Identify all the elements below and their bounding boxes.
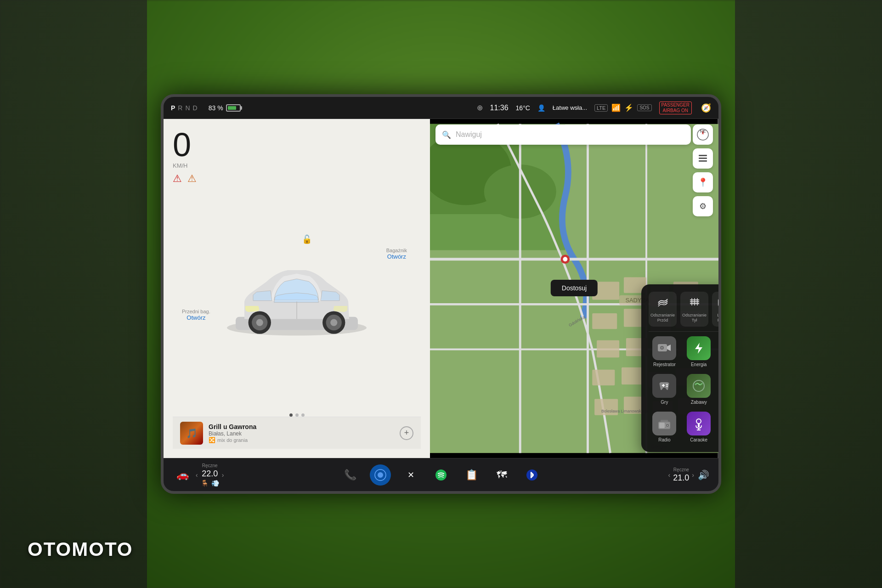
dot-2[interactable] xyxy=(295,413,299,417)
right-temp-increase[interactable]: › xyxy=(692,471,694,479)
svg-marker-66 xyxy=(667,345,671,351)
app-caraoke[interactable]: Caraoke xyxy=(683,410,715,445)
dostosuj-button[interactable]: Dostosuj xyxy=(551,280,598,296)
svg-point-4 xyxy=(256,319,263,326)
sos-badge: SOS xyxy=(637,104,651,111)
gear-d: D xyxy=(193,104,198,112)
main-area: 0 KM/H ⚠ ⚠ xyxy=(164,119,718,458)
music-title: Grill u Gawrona xyxy=(209,423,394,430)
climate-btn-rear-defrost[interactable]: Odszranianie Tył xyxy=(680,292,708,327)
camera-btn[interactable] xyxy=(370,464,391,486)
svg-point-90 xyxy=(701,383,702,385)
lock-icon[interactable]: 🔓 xyxy=(302,234,312,244)
seat-icon-left: 🪑 xyxy=(201,480,209,487)
right-temp-value: 21.0 xyxy=(673,473,689,483)
front-bag-label[interactable]: Przedni bag. Otwórz xyxy=(182,309,210,321)
music-artist: Białas, Lanek xyxy=(209,430,394,437)
app-przegladarka[interactable]: Przeglądarka xyxy=(718,372,718,407)
speed-value: 0 xyxy=(173,126,191,163)
zabawy-label: Zabawy xyxy=(691,400,707,405)
map-search-bar[interactable]: 🔍 Nawiguj xyxy=(435,124,691,145)
location-display: Łatwe wsła... xyxy=(553,104,587,111)
album-art: 🎵 xyxy=(180,422,203,445)
page-dots xyxy=(173,413,421,417)
svg-point-86 xyxy=(667,384,668,385)
compass-map-btn[interactable]: NE xyxy=(693,124,713,145)
music-info: Grill u Gawrona Białas, Lanek 🔀 mix do g… xyxy=(209,423,394,443)
interior-right xyxy=(735,0,882,588)
music-player: 🎵 Grill u Gawrona Białas, Lanek 🔀 mix do… xyxy=(173,417,421,449)
svg-rect-52 xyxy=(699,158,707,159)
left-climate-temp: Ręczne 22.0 🪑 💨 xyxy=(201,463,219,487)
trunk-label[interactable]: Bagażnik Otwórz xyxy=(386,248,407,260)
svg-rect-24 xyxy=(592,313,617,329)
app-energia[interactable]: Energia xyxy=(683,334,715,369)
settings-map-btn[interactable]: ⚙ xyxy=(693,196,713,216)
rejestrator-label: Rejestrator xyxy=(653,362,676,368)
rejestrator-icon xyxy=(652,336,676,360)
climate-row: OdszranianiePrzód xyxy=(649,292,718,327)
svg-point-68 xyxy=(661,347,663,349)
taskbar: 🚗 ‹ Ręczne 22.0 🪑 💨 › 📞 xyxy=(164,458,718,491)
svg-rect-33 xyxy=(622,368,643,384)
speed-section: 0 KM/H xyxy=(173,128,421,169)
app-radio[interactable]: Radio xyxy=(649,410,680,445)
car-svg xyxy=(209,237,384,357)
maps-btn[interactable]: 🗺 xyxy=(491,464,512,486)
music-source: 🔀 mix do grania xyxy=(209,437,394,443)
app-kalendarz[interactable]: 25 Kalendarz xyxy=(718,334,718,369)
app-gry[interactable]: Gry xyxy=(649,372,680,407)
svg-point-89 xyxy=(695,383,697,385)
rear-defrost-label: Odszranianie Tył xyxy=(682,313,707,323)
front-defrost-icon xyxy=(656,295,669,311)
volume-control[interactable]: 🔊 xyxy=(698,469,709,481)
svg-rect-101 xyxy=(661,420,668,422)
battery-percent: 83 % xyxy=(209,104,223,112)
lte-badge: LTE xyxy=(594,104,608,112)
wifi-icon: ⚡ xyxy=(624,103,633,112)
phone-btn[interactable]: 📞 xyxy=(339,464,361,486)
svg-point-112 xyxy=(378,472,383,478)
car-status-icon[interactable]: 🚗 xyxy=(173,465,192,485)
otomoto-watermark: OTOMOTO xyxy=(28,538,133,560)
location-map-btn[interactable]: 📍 xyxy=(693,172,713,192)
app-tunein[interactable]: TuneIn TuneIn xyxy=(718,410,718,445)
dot-1[interactable] xyxy=(289,413,293,417)
dot-3[interactable] xyxy=(301,413,305,417)
left-temp-increase[interactable]: › xyxy=(222,471,224,479)
gear-indicator: P R N D xyxy=(171,104,198,112)
app-zabawy[interactable]: Zabawy xyxy=(683,372,715,407)
search-icon: 🔍 xyxy=(442,130,451,139)
gps-icon: ⊕ xyxy=(477,103,483,112)
left-seat-label: Lewy Fotel xyxy=(714,313,718,323)
app-rejestrator[interactable]: Rejestrator xyxy=(649,334,680,369)
battery-fill xyxy=(228,106,237,110)
add-to-queue-button[interactable]: + xyxy=(400,426,413,440)
signal-icon: 📶 xyxy=(611,103,621,112)
left-temp-decrease[interactable]: ‹ xyxy=(196,471,198,479)
svg-point-88 xyxy=(693,380,704,391)
layers-map-btn[interactable] xyxy=(693,148,713,169)
radio-icon xyxy=(652,412,676,435)
svg-point-7 xyxy=(330,319,337,326)
svg-point-87 xyxy=(667,385,668,387)
left-climate-control: ‹ Ręczne 22.0 🪑 💨 › xyxy=(196,463,224,487)
svg-marker-69 xyxy=(695,343,702,354)
caraoke-label: Caraoke xyxy=(690,437,707,443)
right-temp-decrease[interactable]: ‹ xyxy=(668,471,671,479)
front-defrost-label: OdszranianiePrzód xyxy=(650,313,675,323)
spotify-task-btn[interactable] xyxy=(430,464,452,486)
caraoke-icon xyxy=(687,412,711,435)
temperature-display: 16°C xyxy=(516,104,530,112)
drawer-divider xyxy=(649,331,718,332)
gry-label: Gry xyxy=(661,400,668,405)
rear-defrost-icon xyxy=(688,295,701,311)
climate-btn-left-seat[interactable]: Lewy Fotel xyxy=(712,292,718,327)
notes-btn[interactable]: 📋 xyxy=(461,464,482,486)
mix-icon: 🔀 xyxy=(209,437,215,443)
climate-btn-front-defrost[interactable]: OdszranianiePrzód xyxy=(649,292,677,327)
bluetooth-task-btn[interactable] xyxy=(521,464,543,486)
svg-rect-103 xyxy=(698,424,700,427)
warning-red-icon: ⚠ xyxy=(173,173,182,185)
close-btn[interactable]: ✕ xyxy=(400,464,421,486)
